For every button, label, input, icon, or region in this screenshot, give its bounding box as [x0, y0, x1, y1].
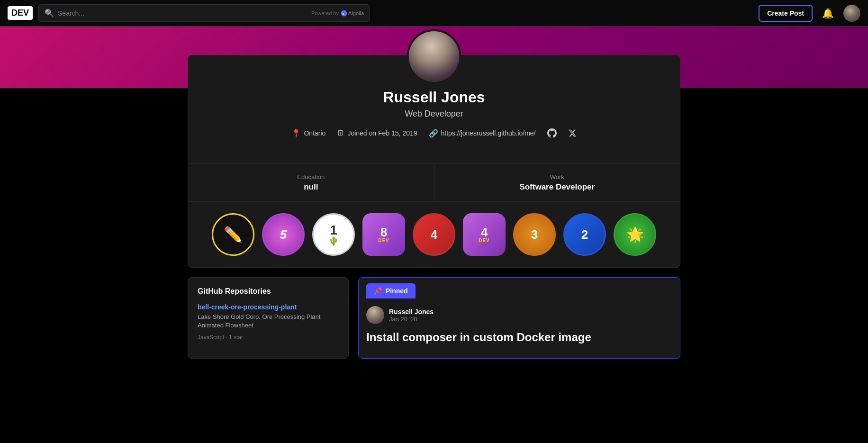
repo-link[interactable]: bell-creek-ore-processing-plant [198, 303, 339, 311]
link-icon: 🔗 [429, 129, 438, 138]
github-icon-item[interactable] [547, 128, 557, 138]
github-repos-panel: GitHub Repositories bell-creek-ore-proce… [188, 277, 349, 359]
location-text: Ontario [304, 129, 326, 137]
badge-label: DEV [378, 238, 389, 243]
badge-inner: 4 [431, 228, 437, 241]
badge-item[interactable]: 8 DEV [362, 213, 405, 256]
website-item: 🔗 https://jonesrussell.github.io/me/ [429, 129, 536, 138]
badge-number: 4 [481, 226, 488, 238]
education-value: null [198, 182, 425, 192]
profile-container: Russell Jones Web Developer 📍 Ontario 🗓 … [188, 55, 680, 268]
badge-item[interactable]: 4 [413, 213, 455, 256]
joined-text: Joined on Feb 15, 2019 [347, 129, 417, 137]
github-repos-title: GitHub Repositories [198, 287, 339, 296]
website-link[interactable]: https://jonesrussell.github.io/me/ [441, 129, 536, 137]
pinned-header: 📌 Pinned [366, 283, 416, 298]
badge-number: 2 [581, 228, 588, 241]
badge-inner: 2 [581, 228, 588, 241]
pinned-post-card: Russell Jones Jan 20 '20 Install compose… [359, 298, 680, 352]
badge-number: 1 [330, 224, 337, 237]
badge-inner: 3 [531, 228, 538, 241]
pin-icon: 📌 [374, 287, 382, 295]
github-icon [547, 128, 557, 138]
pinned-tag-wrap: 📌 Pinned [359, 278, 680, 298]
badge-item[interactable]: 5 [262, 213, 305, 256]
nav-avatar-image [843, 5, 860, 22]
location-item: 📍 Ontario [291, 129, 326, 138]
badge-item[interactable]: ✏️ [212, 213, 254, 256]
badge-icon: 🌟 [626, 227, 644, 242]
post-author-info: Russell Jones Jan 20 '20 [389, 308, 434, 323]
badge-inner: 8 DEV [378, 226, 389, 243]
profile-title: Web Developer [207, 109, 661, 119]
badge-number: 3 [531, 228, 538, 241]
badge-inner: 4 DEV [479, 226, 490, 243]
badge-inner: 5 [280, 228, 287, 241]
pinned-label: Pinned [386, 287, 408, 295]
profile-meta: 📍 Ontario 🗓 Joined on Feb 15, 2019 🔗 htt… [207, 128, 661, 138]
profile-avatar-image [409, 31, 460, 82]
algolia-badge: Powered by a Algolia [311, 10, 364, 17]
dev-logo[interactable]: DEV [8, 6, 33, 20]
twitter-icon-item[interactable] [568, 129, 577, 137]
create-post-button[interactable]: Create Post [759, 5, 813, 22]
education-label: Education [198, 173, 425, 181]
badge-item[interactable]: 1 🌵 [312, 213, 355, 256]
post-date: Jan 20 '20 [389, 316, 434, 323]
work-value: Software Developer [444, 182, 671, 192]
twitter-x-icon [568, 129, 577, 137]
repo-meta: JavaScript · 1 star [198, 334, 243, 341]
profile-avatar [407, 29, 461, 84]
post-avatar [366, 306, 384, 324]
search-input[interactable] [58, 9, 307, 17]
badge-inner: 1 🌵 [328, 224, 339, 245]
page: Russell Jones Web Developer 📍 Ontario 🗓 … [0, 0, 868, 378]
badge-item[interactable]: 2 [563, 213, 606, 256]
post-author-row: Russell Jones Jan 20 '20 [366, 306, 672, 324]
search-icon: 🔍 [45, 9, 54, 18]
post-author-name[interactable]: Russell Jones [389, 308, 434, 316]
notifications-button[interactable]: 🔔 [818, 6, 838, 21]
badges-row: ✏️ 5 1 🌵 8 DEV [188, 202, 680, 267]
repo-description: Lake Shore Gold Corp. Ore Processing Pla… [198, 313, 339, 330]
svg-text:a: a [342, 12, 344, 15]
joined-item: 🗓 Joined on Feb 15, 2019 [337, 129, 417, 137]
work-stat: Work Software Developer [434, 164, 680, 201]
profile-avatar-wrap [407, 29, 461, 84]
badge-item[interactable]: 🌟 [614, 213, 656, 256]
location-icon: 📍 [291, 129, 301, 138]
badge-inner: 🌟 [626, 227, 644, 242]
nav-right: Create Post 🔔 [759, 5, 860, 22]
badge-number: 5 [280, 228, 287, 241]
algolia-logo: a Algolia [341, 10, 364, 17]
repo-item: bell-creek-ore-processing-plant Lake Sho… [198, 303, 339, 349]
profile-name: Russell Jones [207, 89, 661, 106]
search-bar: 🔍 Powered by a Algolia [38, 4, 370, 22]
profile-stats: Education null Work Software Developer [188, 163, 680, 202]
badge-label: DEV [479, 238, 490, 243]
navbar: DEV 🔍 Powered by a Algolia Create Post 🔔 [0, 0, 868, 27]
badge-number: 4 [431, 228, 437, 241]
badge-item[interactable]: 4 DEV [463, 213, 506, 256]
badge-number: 8 [380, 226, 387, 238]
work-label: Work [444, 173, 671, 181]
post-title[interactable]: Install composer in custom Docker image [366, 330, 672, 344]
bottom-section: GitHub Repositories bell-creek-ore-proce… [188, 277, 680, 378]
education-stat: Education null [188, 164, 434, 201]
badge-icon: ✏️ [224, 226, 243, 244]
nav-avatar[interactable] [843, 5, 860, 22]
calendar-icon: 🗓 [337, 129, 344, 137]
pinned-section: 📌 Pinned Russell Jones Jan 20 '20 Instal… [358, 277, 680, 359]
badge-item[interactable]: 3 [513, 213, 556, 256]
